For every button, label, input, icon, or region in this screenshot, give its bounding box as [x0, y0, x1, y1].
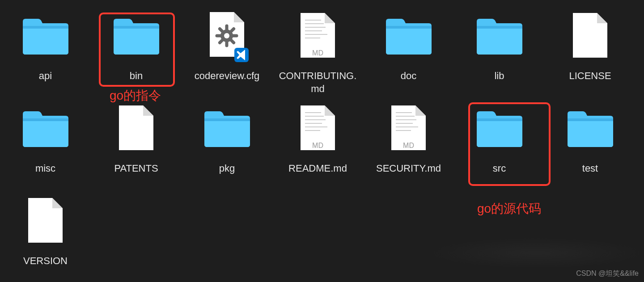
markdown-file-icon: MD	[390, 101, 428, 155]
svg-rect-21	[23, 118, 68, 121]
folder-item[interactable]: lib	[454, 9, 545, 101]
folder-icon	[21, 101, 70, 155]
folder-item[interactable]: test	[545, 101, 636, 194]
folder-icon	[21, 9, 70, 63]
item-label: codereview.cfg	[195, 70, 260, 83]
folder-icon	[203, 101, 252, 155]
item-label: bin	[130, 70, 143, 83]
item-label: README.md	[288, 162, 347, 175]
item-label: CONTRIBUTING.md	[275, 70, 360, 95]
config-file-icon	[208, 9, 246, 63]
svg-rect-36	[568, 118, 613, 121]
item-label: LICENSE	[569, 70, 611, 83]
item-label: SECURITY.md	[376, 162, 441, 175]
folder-icon	[384, 9, 433, 63]
item-label: pkg	[219, 162, 235, 175]
svg-rect-1	[114, 26, 159, 29]
folder-item[interactable]: pkg	[182, 101, 272, 194]
item-label: PATENTS	[114, 162, 158, 175]
md-badge: MD	[312, 49, 323, 57]
folder-icon	[475, 101, 524, 155]
file-icon	[117, 101, 155, 155]
folder-item[interactable]: doc	[363, 9, 454, 101]
folder-item[interactable]: misc	[0, 101, 91, 194]
file-item[interactable]: LICENSE	[545, 9, 636, 101]
svg-line-5	[231, 40, 234, 43]
file-item[interactable]: PATENTS	[91, 101, 182, 194]
svg-line-9	[220, 29, 222, 31]
folder-icon	[475, 9, 524, 63]
file-icon	[26, 194, 64, 248]
svg-point-3	[224, 33, 229, 38]
file-icon	[571, 9, 609, 63]
folder-icon	[112, 9, 161, 63]
item-label: VERSION	[23, 255, 68, 268]
svg-line-11	[231, 29, 234, 31]
item-label: test	[582, 162, 598, 175]
svg-rect-35	[477, 118, 522, 121]
file-item[interactable]: MDSECURITY.md	[363, 101, 454, 194]
item-label: misc	[35, 162, 55, 175]
folder-item[interactable]: api	[0, 9, 91, 101]
svg-rect-19	[386, 26, 432, 29]
svg-rect-20	[477, 26, 522, 29]
folder-item[interactable]: src	[454, 101, 545, 194]
file-item[interactable]: MDREADME.md	[272, 101, 363, 194]
watermark: CSDN @坦笑&&life	[576, 269, 639, 278]
item-label: api	[39, 70, 52, 83]
markdown-file-icon: MD	[299, 9, 337, 63]
svg-rect-22	[204, 118, 250, 121]
item-label: lib	[494, 70, 504, 83]
file-item[interactable]: VERSION	[0, 194, 91, 282]
folder-icon	[566, 101, 615, 155]
file-item[interactable]: codereview.cfg	[182, 9, 272, 101]
item-label: doc	[401, 70, 416, 83]
md-badge: MD	[312, 142, 323, 150]
item-label: src	[493, 162, 506, 175]
svg-rect-0	[23, 26, 68, 29]
markdown-file-icon: MD	[299, 101, 337, 155]
svg-line-7	[220, 40, 222, 43]
file-item[interactable]: MDCONTRIBUTING.md	[272, 9, 363, 101]
folder-item[interactable]: bin	[91, 9, 182, 101]
md-badge: MD	[403, 142, 414, 150]
file-grid: api bin codereview.cfg MDCON	[0, 0, 644, 282]
